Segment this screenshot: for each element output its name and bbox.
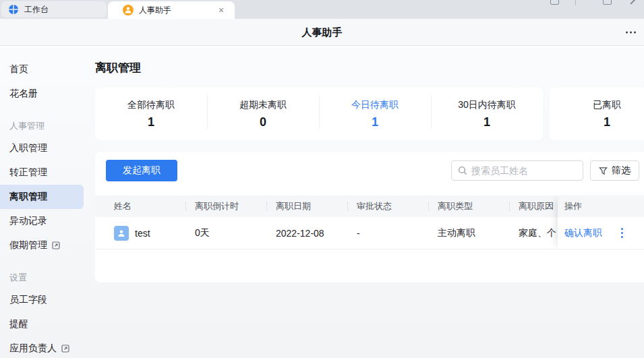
stat-within-30-days[interactable]: 30日内待离职 1	[431, 99, 543, 129]
toolbar-right-group: 筛选	[451, 160, 639, 181]
stat-resigned[interactable]: 已离职 1	[550, 99, 644, 129]
sidebar-item-onboarding[interactable]: 入职管理	[0, 136, 84, 160]
employee-name: test	[135, 228, 150, 239]
tab-workbench[interactable]: 工作台	[1, 1, 107, 18]
filter-label: 筛选	[612, 165, 631, 177]
confirm-resignation-link[interactable]: 确认离职	[564, 227, 602, 239]
resignation-table: 姓名 离职倒计时 离职日期 审批状态 离职类型 离职原因	[95, 196, 644, 249]
sidebar-item-app-owner[interactable]: 应用负责人	[0, 336, 84, 358]
filter-button[interactable]: 筛选	[590, 160, 639, 181]
tab-hr-assistant[interactable]: 人事助手 ×	[108, 1, 235, 19]
ellipsis-icon	[626, 31, 628, 33]
sidebar-nav: 首页 花名册 人事管理 入职管理 转正管理 离职管理 异动记录 假期管理 设置 …	[0, 46, 84, 358]
cell-approval-status: -	[347, 228, 428, 239]
cell-type: 主动离职	[428, 227, 509, 239]
window-restore-icon[interactable]	[550, 0, 559, 5]
initiate-resignation-button[interactable]: 发起离职	[106, 160, 177, 181]
window-resize-icon[interactable]	[630, 0, 637, 4]
stat-today[interactable]: 今日待离职 1	[319, 99, 431, 129]
tab-close-icon[interactable]: ×	[216, 5, 227, 16]
funnel-icon	[599, 167, 608, 175]
cell-name: test	[105, 226, 185, 241]
search-icon	[458, 166, 467, 175]
col-header-date: 离职日期	[266, 200, 347, 212]
table-toolbar: 发起离职 筛选	[95, 152, 644, 181]
external-link-icon	[61, 345, 69, 353]
sidebar-section-hr-management: 人事管理	[0, 116, 84, 136]
sidebar-item-employee-fields[interactable]: 员工字段	[0, 288, 84, 312]
stat-overdue[interactable]: 超期未离职 0	[207, 99, 319, 129]
action-column: 操作 确认离职	[558, 196, 644, 249]
workspace: 首页 花名册 人事管理 入职管理 转正管理 离职管理 异动记录 假期管理 设置 …	[0, 46, 644, 358]
col-header-countdown: 离职倒计时	[185, 200, 266, 212]
cell-actions: 确认离职	[558, 217, 644, 249]
page-title: 离职管理	[95, 60, 644, 76]
person-avatar-icon	[114, 226, 129, 241]
stats-row: 全部待离职 1 超期未离职 0 今日待离职 1 30日内待离职 1	[95, 88, 644, 140]
external-link-icon	[52, 241, 60, 249]
window-controls	[550, 0, 639, 5]
pending-stats-card: 全部待离职 1 超期未离职 0 今日待离职 1 30日内待离职 1	[95, 88, 543, 140]
app-header: 人事助手	[0, 19, 644, 46]
col-header-actions: 操作	[558, 196, 644, 217]
sidebar-item-roster[interactable]: 花名册	[0, 82, 84, 106]
search-box[interactable]	[451, 160, 583, 181]
cell-countdown: 0天	[185, 227, 266, 239]
sidebar-item-home[interactable]: 首页	[0, 57, 84, 82]
resigned-stats-card: 已离职 1	[550, 88, 644, 140]
cell-date: 2022-12-08	[266, 228, 347, 239]
stat-all-pending[interactable]: 全部待离职 1	[95, 99, 207, 129]
sidebar-item-regularization[interactable]: 转正管理	[0, 160, 84, 185]
tab-workbench-label: 工作台	[24, 4, 49, 16]
vertical-dots-icon[interactable]	[618, 225, 626, 241]
sidebar-item-resignation[interactable]: 离职管理	[0, 185, 84, 209]
main-content: 离职管理 全部待离职 1 超期未离职 0 今日待离职 1 30日内待离职 1	[84, 46, 644, 358]
sidebar-item-reminders[interactable]: 提醒	[0, 312, 84, 336]
sidebar-item-transfer-records[interactable]: 异动记录	[0, 209, 84, 233]
col-header-name: 姓名	[105, 200, 185, 212]
search-input[interactable]	[471, 165, 577, 176]
workbench-icon	[8, 4, 19, 15]
window-maximize-icon[interactable]	[603, 0, 612, 5]
col-header-approval: 审批状态	[347, 200, 428, 212]
table-bottom-spacer	[95, 249, 644, 282]
window-controls-divider	[575, 0, 576, 5]
resignation-table-card: 发起离职 筛选	[95, 152, 644, 282]
hr-person-icon	[123, 5, 134, 16]
app-title: 人事助手	[0, 19, 644, 46]
tab-hr-assistant-label: 人事助手	[139, 5, 171, 16]
sidebar-item-leave-management[interactable]: 假期管理	[0, 233, 84, 258]
sidebar-section-settings: 设置	[0, 268, 84, 288]
col-header-type: 离职类型	[428, 200, 509, 212]
browser-tab-bar: 工作台 人事助手 ×	[0, 0, 644, 19]
more-menu-button[interactable]	[624, 27, 637, 37]
